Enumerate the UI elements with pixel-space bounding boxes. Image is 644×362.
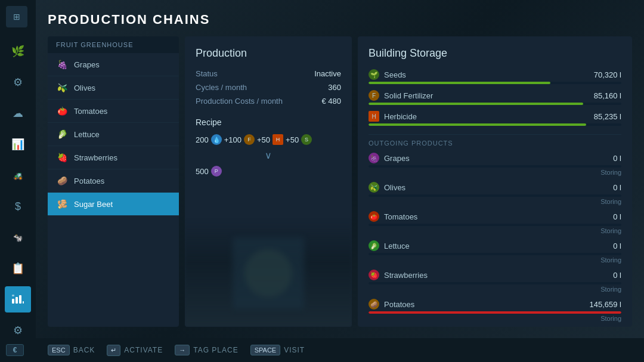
chain-item-strawberries[interactable]: 🍓 Strawberries (48, 146, 179, 169)
olives-out-label: Olives (384, 183, 405, 192)
chain-item-grapes[interactable]: 🍇 Grapes (48, 53, 179, 76)
sidebar-item-production[interactable] (5, 286, 31, 313)
chain-label-tomatoes: Tomatoes (74, 107, 107, 116)
sidebar-item-animals[interactable]: 🐄 (5, 224, 31, 250)
tomatoes-out-bar-bg (369, 224, 621, 226)
olives-icon: 🫒 (56, 82, 68, 94)
potatoes-out-icon: 🥔 (369, 299, 379, 310)
seeds-header: 🌱 Seeds 70,320 l (369, 69, 621, 80)
chain-item-tomatoes[interactable]: 🍅 Tomatoes (48, 100, 179, 123)
grapes-out-icon: 🍇 (369, 153, 379, 163)
lettuce-out-label: Lettuce (384, 242, 410, 250)
lettuce-out-header: 🥬 Lettuce 0 l (369, 240, 621, 251)
status-value: Inactive (314, 69, 341, 78)
seeds-bar-fill (369, 82, 550, 84)
chain-list-panel: FRUIT GREENHOUSE 🍇 Grapes 🫒 Olives 🍅 Tom… (48, 36, 179, 327)
potatoes-out-name: 🥔 Potatoes (369, 299, 414, 310)
main-content: PRODUCTION CHAINS FRUIT GREENHOUSE 🍇 Gra… (36, 0, 644, 338)
solid-fert-icon: F (369, 90, 379, 101)
tomatoes-out-name: 🍅 Tomatoes (369, 211, 417, 222)
recipe-formula: 200 💧 +100 F +50 H +50 S (196, 134, 341, 145)
lettuce-out-bar-bg (369, 253, 621, 255)
sidebar-item-produce[interactable]: 🌿 (5, 38, 31, 64)
sidebar-item-stats[interactable]: 📊 (5, 131, 31, 157)
sidebar-item-vehicles[interactable]: 🚜 (5, 162, 31, 188)
chain-item-lettuce[interactable]: 🥬 Lettuce (48, 123, 179, 146)
production-panel: Production Status Inactive Cycles / mont… (185, 36, 352, 327)
herb-icon: H (369, 111, 379, 122)
potatoes-out-header: 🥔 Potatoes 145,659 l (369, 299, 621, 310)
seeds-label: Seeds (384, 70, 406, 79)
grapes-icon: 🍇 (56, 58, 68, 70)
esc-badge: ESC (48, 345, 70, 355)
olives-out-bar-bg (369, 194, 621, 197)
lettuce-out-name: 🥬 Lettuce (369, 240, 410, 251)
potatoes-out-status: Storing (369, 315, 621, 322)
bottom-bar: ESC BACK ↵ ACTIVATE → TAG PLACE SPACE VI… (36, 338, 644, 362)
storage-seeds: 🌱 Seeds 70,320 l (369, 69, 621, 84)
strawberries-icon: 🍓 (56, 151, 68, 163)
sidebar-item-weather[interactable]: ☁ (5, 100, 31, 126)
strawberries-out-header: 🍓 Strawberries 0 l (369, 270, 621, 280)
outgoing-header: OUTGOING PRODUCTS (369, 134, 621, 147)
outgoing-lettuce: 🥬 Lettuce 0 l Storing (369, 240, 621, 264)
recipe-fertilizer-amount: +100 (224, 135, 242, 144)
chain-label-lettuce: Lettuce (74, 130, 100, 139)
olives-out-icon: 🫒 (369, 182, 379, 193)
chain-section-header: FRUIT GREENHOUSE (48, 36, 179, 53)
cycles-value: 360 (328, 83, 341, 92)
space-badge: SPACE (250, 345, 280, 355)
herb-label: Herbicide (384, 112, 417, 121)
sidebar-item-economy[interactable]: $ (5, 193, 31, 219)
recipe-arrow: ∨ (196, 150, 341, 161)
sidebar-item-contracts[interactable]: 📋 (5, 255, 31, 281)
solid-fert-value: 85,160 l (594, 91, 621, 100)
grapes-out-bar-bg (369, 165, 621, 168)
solid-fert-bar-bg (369, 103, 621, 105)
output-amount: 500 (196, 167, 209, 176)
chain-item-sugar-beet[interactable]: 🫚 Sugar Beet (48, 193, 179, 216)
lettuce-out-value: 0 l (613, 242, 621, 250)
outgoing-tomatoes: 🍅 Tomatoes 0 l Storing (369, 211, 621, 234)
grapes-out-name: 🍇 Grapes (369, 153, 410, 163)
storage-title: Building Storage (369, 47, 621, 60)
chain-label-strawberries: Strawberries (74, 153, 117, 162)
chain-label-grapes: Grapes (74, 60, 100, 69)
sidebar-item-settings[interactable]: ⚙ (5, 317, 31, 344)
solid-fert-bar-fill (369, 103, 583, 105)
sidebar-item-steering[interactable]: ⚙ (5, 69, 31, 95)
tomatoes-out-icon: 🍅 (369, 211, 379, 222)
costs-value: € 480 (321, 97, 341, 106)
grapes-out-header: 🍇 Grapes 0 l (369, 153, 621, 163)
tomatoes-out-value: 0 l (613, 212, 621, 221)
lettuce-out-icon: 🥬 (369, 240, 379, 251)
solid-fert-label: Solid Fertilizer (384, 91, 433, 100)
olives-out-status: Storing (369, 198, 621, 205)
recipe-seed-amount: +50 (286, 135, 299, 144)
building-storage-panel: Building Storage 🌱 Seeds 70,320 l (358, 36, 632, 327)
herb-header: H Herbicide 85,235 l (369, 111, 621, 122)
hotkey-visit: SPACE VISIT (250, 345, 305, 355)
cycles-row: Cycles / month 360 (196, 83, 341, 92)
recipe-title: Recipe (196, 117, 341, 127)
chain-item-olives[interactable]: 🫒 Olives (48, 76, 179, 100)
chain-label-olives: Olives (74, 83, 95, 92)
recipe-herb-amount: +50 (257, 135, 270, 144)
grapes-out-value: 0 l (613, 154, 621, 163)
outgoing-grapes: 🍇 Grapes 0 l Storing (369, 153, 621, 176)
strawberries-out-label: Strawberries (384, 271, 428, 280)
strawberries-out-icon: 🍓 (369, 270, 379, 280)
sugar-beet-icon: 🫚 (56, 198, 68, 210)
visit-label: VISIT (284, 346, 305, 354)
herb-bar-bg (369, 123, 621, 126)
tag-badge: → (175, 345, 190, 355)
recipe-section: Recipe 200 💧 +100 F +50 H +50 S ∨ 500 P (196, 117, 341, 177)
chain-label-sugar-beet: Sugar Beet (74, 200, 113, 209)
costs-row: Production Costs / month € 480 (196, 97, 341, 106)
potatoes-out-value: 145,659 l (590, 300, 622, 309)
strawberries-out-status: Storing (369, 286, 621, 293)
chain-item-potatoes[interactable]: 🥔 Potatoes (48, 169, 179, 193)
herb-bar-fill (369, 123, 586, 126)
tomatoes-out-status: Storing (369, 227, 621, 234)
hotkey-tag-place: → TAG PLACE (175, 345, 238, 355)
